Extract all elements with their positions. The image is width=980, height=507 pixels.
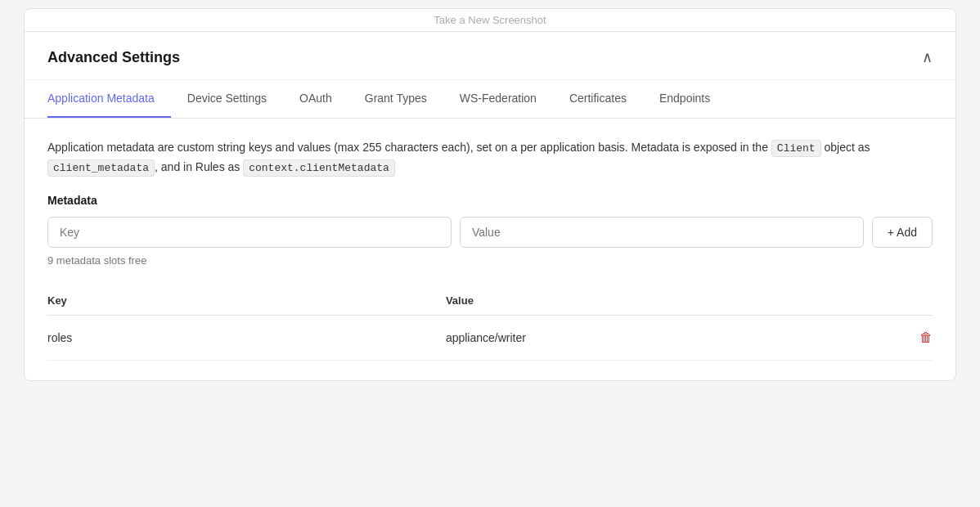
column-header-key: Key [47,286,446,316]
description-part1: Application metadata are custom string k… [47,141,771,154]
metadata-section-label: Metadata [47,194,933,207]
description-part2: object as [821,141,870,154]
tabs-navigation: Application Metadata Device Settings OAu… [25,80,955,119]
delete-icon[interactable]: 🗑 [919,330,933,344]
add-button[interactable]: + Add [872,217,933,248]
tab-content: Application metadata are custom string k… [25,119,955,380]
tab-oauth[interactable]: OAuth [283,80,348,118]
tab-device-settings[interactable]: Device Settings [171,80,283,118]
row-value: appliance/writer [446,315,865,360]
advanced-settings-panel: Take a New Screenshot Advanced Settings … [24,8,956,381]
tab-grant-types[interactable]: Grant Types [348,80,443,118]
tab-certificates[interactable]: Certificates [553,80,643,118]
top-bar: Take a New Screenshot [25,9,955,32]
section-title: Advanced Settings [47,49,180,66]
metadata-input-row: + Add [47,217,933,248]
code-client: Client [771,140,821,157]
slots-info: 9 metadata slots free [47,254,933,267]
column-header-actions [865,286,933,316]
value-input[interactable] [460,217,864,248]
table-row: roles appliance/writer 🗑 [47,315,933,360]
description-text: Application metadata are custom string k… [47,138,933,177]
row-key: roles [47,315,446,360]
section-header: Advanced Settings ∧ [25,32,955,80]
table-header-row: Key Value [47,286,933,316]
collapse-chevron-icon[interactable]: ∧ [922,48,933,66]
row-delete-cell: 🗑 [865,315,933,360]
tab-endpoints[interactable]: Endpoints [643,80,726,118]
metadata-table: Key Value roles appliance/writer 🗑 [47,286,933,361]
column-header-value: Value [446,286,865,316]
tab-ws-federation[interactable]: WS-Federation [443,80,553,118]
key-input[interactable] [47,217,452,248]
description-part3: , and in Rules as [155,160,243,173]
code-context-client-metadata: context.clientMetadata [243,159,395,177]
tab-application-metadata[interactable]: Application Metadata [47,80,171,118]
top-bar-label: Take a New Screenshot [434,14,546,26]
code-client-metadata: client_metadata [47,159,155,177]
